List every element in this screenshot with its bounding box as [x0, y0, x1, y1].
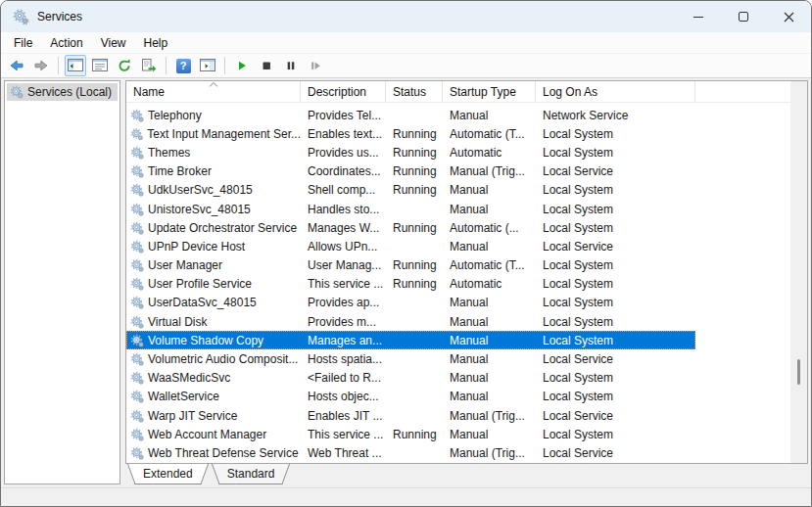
- title-bar: Services: [1, 1, 811, 32]
- service-status: [386, 406, 443, 425]
- service-status: [386, 331, 443, 349]
- service-row[interactable]: Themes Provides us... Running Automatic …: [126, 143, 695, 161]
- service-row[interactable]: UserDataSvc_48015 Provides ap... Manual …: [126, 294, 695, 312]
- service-startup-type: Manual (Trig...: [443, 406, 536, 425]
- service-row[interactable]: Virtual Disk Provides m... Manual Local …: [126, 312, 695, 331]
- start-service-icon: [235, 59, 249, 72]
- pause-service-icon: [284, 59, 298, 72]
- service-status: [386, 312, 443, 331]
- service-row[interactable]: User Profile Service This service ... Ru…: [126, 275, 695, 294]
- menu-view[interactable]: View: [92, 34, 135, 52]
- column-header-log-on-as[interactable]: Log On As: [536, 81, 695, 102]
- restart-service-button[interactable]: [305, 55, 326, 76]
- service-name: Web Threat Defense Service: [148, 446, 299, 460]
- service-row[interactable]: User Manager User Manag... Running Autom…: [126, 256, 695, 275]
- start-service-button[interactable]: [231, 55, 253, 76]
- menu-action[interactable]: Action: [41, 34, 91, 52]
- show-action-pane-button[interactable]: [197, 55, 218, 76]
- gear-icon: [130, 277, 144, 291]
- service-log-on-as: Local System: [536, 388, 695, 406]
- gear-icon: [130, 315, 144, 329]
- service-status: Running: [386, 275, 443, 294]
- service-row[interactable]: Web Account Manager This service ... Run…: [126, 425, 695, 443]
- vertical-scrollbar[interactable]: [790, 81, 807, 463]
- maximize-button[interactable]: [721, 1, 766, 32]
- service-row[interactable]: Warp JIT Service Enables JIT ... Manual …: [126, 406, 695, 425]
- tab-standard[interactable]: Standard: [212, 464, 291, 484]
- service-name: Time Broker: [148, 164, 212, 178]
- service-row[interactable]: Telephony Provides Tel... Manual Network…: [126, 106, 695, 124]
- service-log-on-as: Local Service: [536, 443, 695, 462]
- tree-item-services-local[interactable]: Services (Local): [7, 83, 118, 101]
- service-row[interactable]: Update Orchestrator Service Manages W...…: [126, 218, 695, 237]
- service-row[interactable]: UPnP Device Host Allows UPn... Manual Lo…: [126, 237, 695, 255]
- service-log-on-as: Local Service: [536, 162, 695, 181]
- gear-icon: [130, 221, 144, 235]
- properties-button[interactable]: [89, 55, 111, 76]
- service-startup-type: Manual: [443, 312, 536, 331]
- gear-icon: [130, 409, 144, 423]
- content-area: Services (Local) Name Description Status…: [1, 78, 811, 485]
- service-status: [386, 237, 443, 255]
- service-description: Enables text...: [301, 124, 386, 143]
- service-log-on-as: Local System: [536, 143, 695, 161]
- service-status: [386, 349, 443, 368]
- service-name: Volume Shadow Copy: [148, 334, 263, 347]
- column-header-description[interactable]: Description: [301, 81, 386, 102]
- forward-button[interactable]: [30, 55, 52, 76]
- back-arrow-icon: [9, 58, 24, 73]
- service-startup-type: Manual: [443, 349, 536, 368]
- back-button[interactable]: [6, 55, 27, 76]
- service-status: Running: [386, 256, 443, 275]
- export-list-button[interactable]: [138, 55, 160, 76]
- pause-service-button[interactable]: [280, 55, 302, 76]
- service-row[interactable]: Volume Shadow Copy Manages an... Manual …: [126, 331, 695, 349]
- service-description: Handles sto...: [301, 200, 386, 218]
- gear-icon: [130, 428, 144, 441]
- service-description: Provides ap...: [301, 294, 386, 312]
- show-action-pane-icon: [200, 58, 215, 73]
- service-log-on-as: Local System: [536, 312, 695, 331]
- show-console-tree-button[interactable]: [65, 55, 86, 76]
- refresh-button[interactable]: [114, 55, 135, 76]
- close-icon: [784, 12, 794, 23]
- service-name: User Manager: [148, 258, 222, 272]
- service-description: This service ...: [301, 275, 386, 294]
- service-row[interactable]: WaaSMedicSvc <Failed to R... Manual Loca…: [126, 369, 695, 388]
- service-startup-type: Manual: [443, 237, 536, 255]
- service-row[interactable]: Volumetric Audio Composit... Hosts spati…: [126, 349, 695, 368]
- service-description: Provides Tel...: [301, 106, 386, 124]
- service-row[interactable]: UdkUserSvc_48015 Shell comp... Running M…: [126, 181, 695, 200]
- service-description: Hosts objec...: [301, 388, 386, 406]
- help-button[interactable]: ?: [172, 55, 194, 76]
- scrollbar-thumb[interactable]: [797, 359, 800, 385]
- column-header-startup-type[interactable]: Startup Type: [443, 81, 536, 102]
- column-header-name[interactable]: Name: [126, 81, 301, 102]
- gear-icon: [130, 127, 143, 141]
- window-title: Services: [37, 10, 82, 23]
- service-log-on-as: Local Service: [536, 237, 695, 255]
- menu-file[interactable]: File: [5, 34, 41, 52]
- menu-help[interactable]: Help: [135, 34, 177, 52]
- stop-service-button[interactable]: [256, 55, 277, 76]
- tab-extended[interactable]: Extended: [127, 464, 209, 484]
- service-name: UserDataSvc_48015: [148, 296, 257, 309]
- service-name: UnistoreSvc_48015: [148, 203, 251, 216]
- gear-icon: [130, 334, 144, 347]
- close-button[interactable]: [766, 1, 811, 32]
- minimize-button[interactable]: [676, 1, 721, 32]
- view-tabstrip: Extended Standard: [125, 464, 808, 485]
- service-row[interactable]: Web Threat Defense Service Web Threat ..…: [126, 443, 695, 462]
- service-row[interactable]: Time Broker Coordinates... Running Manua…: [126, 162, 695, 181]
- service-description: Manages W...: [301, 218, 386, 237]
- gear-icon: [130, 352, 144, 366]
- service-name: Update Orchestrator Service: [148, 221, 297, 235]
- service-row[interactable]: UnistoreSvc_48015 Handles sto... Manual …: [126, 200, 695, 218]
- service-startup-type: Manual: [443, 331, 536, 349]
- column-header-status[interactable]: Status: [386, 81, 443, 102]
- service-description: Manages an...: [301, 331, 386, 349]
- service-row[interactable]: WalletService Hosts objec... Manual Loca…: [126, 388, 695, 406]
- service-row[interactable]: Text Input Management Ser... Enables tex…: [126, 124, 695, 143]
- service-name: Text Input Management Ser...: [147, 127, 301, 141]
- service-name: UdkUserSvc_48015: [148, 183, 253, 197]
